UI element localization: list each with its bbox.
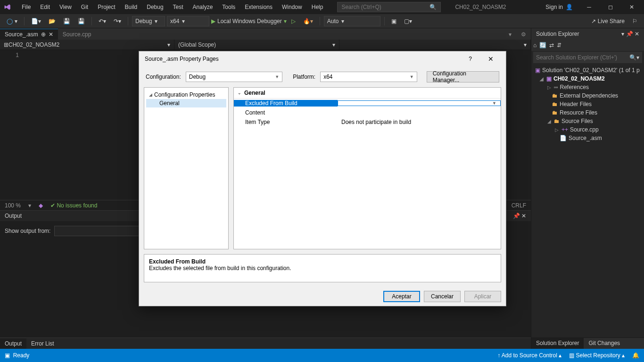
menu-debug[interactable]: Debug [142, 2, 168, 12]
se-source-files-node[interactable]: ◢🖿 Source Files [531, 117, 644, 125]
prop-excluded-from-build[interactable]: Excluded From Build ▼ [234, 99, 501, 108]
menu-help[interactable]: Help [307, 2, 328, 12]
menu-tools[interactable]: Tools [217, 2, 240, 12]
auto-combo[interactable]: Auto▾ [324, 16, 380, 26]
nav-scope-combo[interactable]: (Global Scope)▾ [174, 40, 339, 49]
se-options-icon[interactable]: ▾ [621, 31, 624, 37]
se-tab-git-changes[interactable]: Git Changes [584, 338, 625, 349]
se-solution-node[interactable]: ▣ Solution 'CH02_02_NOASM2' (1 of 1 p [531, 66, 644, 74]
pin-icon[interactable]: ⊕ [41, 31, 46, 38]
dialog-platform-combo[interactable]: x64▼ [320, 72, 417, 82]
tree-configuration-properties[interactable]: ◢Configuration Properties [146, 90, 226, 99]
output-source-combo[interactable] [54, 226, 139, 236]
section-general-header[interactable]: ⌄General [234, 88, 501, 99]
nav-back-button[interactable]: ◯▾ [4, 17, 20, 25]
tab-output[interactable]: Output [0, 338, 26, 349]
se-external-deps-node[interactable]: 🖿 External Dependencies [531, 91, 644, 100]
dialog-category-tree[interactable]: ◢Configuration Properties General [144, 87, 229, 249]
se-home-icon[interactable]: ⌂ [533, 42, 537, 49]
menu-project[interactable]: Project [93, 2, 120, 12]
tab-source-asm[interactable]: Source_.asm⊕✕ [0, 29, 58, 40]
hot-reload-icon[interactable]: 🔥▾ [300, 17, 316, 25]
configuration-manager-button[interactable]: Configuration Manager... [427, 71, 499, 82]
se-tab-solution-explorer[interactable]: Solution Explorer [531, 338, 584, 349]
tab-source-cpp[interactable]: Source.cpp [58, 29, 96, 40]
save-all-button[interactable]: 💾 [75, 17, 88, 25]
tree-general[interactable]: General [146, 99, 226, 107]
live-share-button[interactable]: ↗ Live Share [588, 17, 627, 25]
feedback-icon[interactable]: ⚐ [629, 17, 640, 25]
se-filter-icon[interactable]: ⇵ [557, 42, 561, 49]
run-without-debug-button[interactable]: ▷ [289, 17, 298, 25]
close-button[interactable]: ✕ [621, 0, 642, 14]
nav-member-combo[interactable]: ▾ [339, 40, 531, 49]
tab-settings-icon[interactable]: ⚙ [516, 29, 531, 40]
se-sync-icon[interactable]: 🔄 [539, 42, 546, 49]
prop-item-type[interactable]: Item Type Does not participate in build [234, 117, 501, 127]
output-window-icon[interactable]: ▣ [5, 352, 10, 359]
add-source-control-button[interactable]: ↑ Add to Source Control ▴ [497, 352, 561, 359]
dialog-title-bar: Source_.asm Property Pages ? ✕ [139, 51, 506, 66]
se-source-asm-file[interactable]: 📄 Source_.asm [531, 134, 644, 142]
se-header-files-node[interactable]: 🖿 Header Files [531, 100, 644, 108]
se-tree[interactable]: ▣ Solution 'CH02_02_NOASM2' (1 of 1 p ◢▣… [531, 64, 644, 337]
save-button[interactable]: 💾 [60, 17, 73, 25]
apply-button[interactable]: Aplicar [464, 291, 501, 302]
se-project-node[interactable]: ◢▣ CH02_02_NOASM2 [531, 74, 644, 83]
se-resource-files-node[interactable]: 🖿 Resource Files [531, 108, 644, 117]
quick-search[interactable]: 🔍 [337, 2, 441, 12]
nav-project-combo[interactable]: ⊞ CH02_02_NOASM2▾ [0, 40, 174, 49]
notifications-icon[interactable]: 🔔 [632, 352, 639, 359]
help-title: Excluded From Build [149, 258, 496, 265]
close-tab-icon[interactable]: ✕ [49, 31, 53, 38]
zoom-level[interactable]: 100 % [5, 202, 21, 209]
quick-search-input[interactable] [341, 4, 429, 10]
ok-button[interactable]: Aceptar [383, 291, 420, 302]
menu-test[interactable]: Test [168, 2, 188, 12]
platform-label: Platform: [293, 74, 315, 80]
dialog-help-icon[interactable]: ? [469, 56, 472, 62]
chevron-down-icon[interactable]: ▼ [492, 101, 496, 106]
open-folder-button[interactable]: 📂 [46, 17, 58, 25]
select-repository-button[interactable]: ▥ Select Repository ▴ [569, 352, 625, 359]
dialog-close-icon[interactable]: ✕ [481, 55, 500, 63]
nav-bar: ⊞ CH02_02_NOASM2▾ (Global Scope)▾ ▾ [0, 40, 531, 50]
minimize-button[interactable]: ─ [578, 0, 600, 14]
menu-analyze[interactable]: Analyze [188, 2, 218, 12]
se-pin-icon[interactable]: 📌 [626, 31, 633, 37]
maximize-button[interactable]: ◻ [600, 0, 621, 14]
menu-window[interactable]: Window [277, 2, 307, 12]
dialog-configuration-combo[interactable]: Debug▼ [186, 72, 282, 82]
tab-options-icon[interactable]: ▾ [504, 29, 516, 40]
redo-button[interactable]: ↷▾ [111, 17, 124, 25]
menu-git[interactable]: Git [76, 2, 93, 12]
se-source-cpp-file[interactable]: ▷++ Source.cpp [531, 125, 644, 134]
run-debug-button[interactable]: ▶ Local Windows Debugger ▾ [211, 18, 287, 25]
line-ending-label[interactable]: CRLF [512, 202, 526, 209]
menu-view[interactable]: View [55, 2, 76, 12]
se-close-icon[interactable]: ✕ [635, 31, 639, 37]
se-references-node[interactable]: ▷▫▫ References [531, 83, 644, 91]
tab-error-list[interactable]: Error List [26, 338, 59, 349]
se-switch-icon[interactable]: ⇄ [549, 42, 554, 49]
menu-edit[interactable]: Edit [35, 2, 55, 12]
undo-button[interactable]: ↶▾ [96, 17, 109, 25]
panel-pin-icon[interactable]: 📌 ✕ [513, 213, 526, 219]
menu-extensions[interactable]: Extensions [240, 2, 277, 12]
configuration-combo[interactable]: Debug▾ [132, 16, 165, 26]
menu-file[interactable]: File [17, 2, 35, 12]
cancel-button[interactable]: Cancelar [424, 291, 461, 302]
help-text: Excludes the selected file from build in… [149, 265, 496, 272]
panel-icon[interactable]: ▣ [388, 17, 399, 25]
prop-content[interactable]: Content [234, 108, 501, 117]
sign-in-button[interactable]: Sign in👤 [540, 0, 578, 14]
dialog-property-grid: ⌄General Excluded From Build ▼ Content I… [233, 87, 501, 249]
new-item-button[interactable]: 📄▾ [28, 17, 44, 25]
se-search[interactable]: 🔍▾ [533, 52, 642, 63]
menu-build[interactable]: Build [120, 2, 142, 12]
intellisense-icon: ◆ [39, 202, 43, 209]
platform-combo[interactable]: x64▾ [167, 16, 209, 26]
box-icon[interactable]: ▢▾ [401, 17, 415, 25]
se-search-input[interactable] [536, 54, 629, 61]
editor-tabs: Source_.asm⊕✕ Source.cpp ▾ ⚙ [0, 28, 531, 40]
